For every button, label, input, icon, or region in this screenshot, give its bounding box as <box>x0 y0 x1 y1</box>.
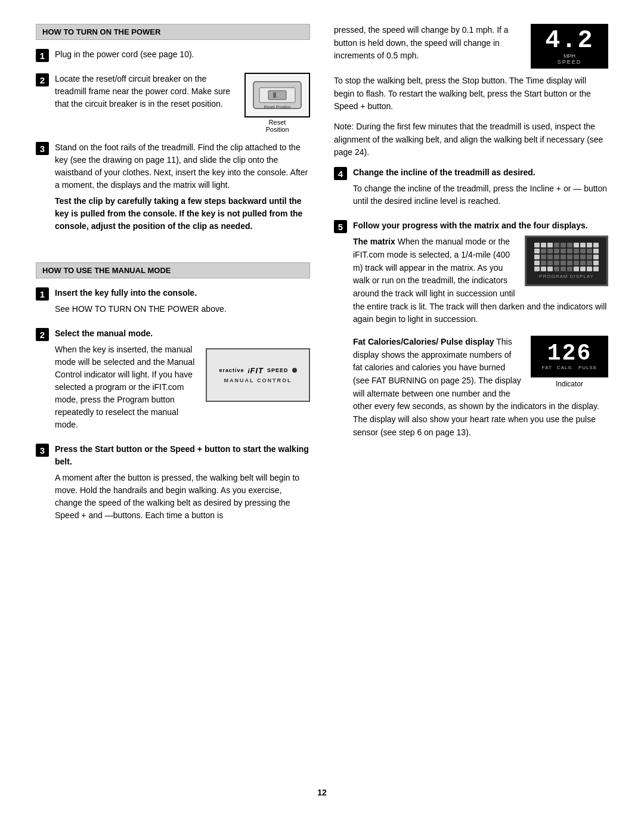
program-display-wrap: PROGRAM DISPLAY <box>525 236 608 286</box>
step-right-num-5: 5 <box>334 220 347 233</box>
matrix-cell <box>567 261 572 265</box>
matrix-cell <box>580 261 586 265</box>
reset-img-wrap: Locate the reset/off circuit breaker on … <box>55 73 310 133</box>
matrix-cell <box>587 243 592 247</box>
reset-diagram: Reset Position Reset Position <box>244 73 310 133</box>
right-para3: Note: During the first few minutes that … <box>334 120 608 159</box>
speed-word: SPEED <box>558 59 582 65</box>
matrix-cell <box>547 243 553 247</box>
step-right-4: 4 Change the incline of the treadmill as… <box>334 166 608 211</box>
matrix-cell <box>547 249 553 253</box>
matrix-cell <box>534 243 540 247</box>
manual-ctrl-diagram: eractive iFIT SPEED MANUAL CONTROL <box>206 348 310 402</box>
reset-svg: Reset Position <box>250 79 304 112</box>
matrix-section: PROGRAM DISPLAY The matrix When the manu… <box>353 236 608 330</box>
matrix-cell <box>541 261 546 265</box>
matrix-cell <box>593 261 599 265</box>
matrix-cell <box>574 249 579 253</box>
cals-label: CALS. <box>557 365 574 370</box>
matrix-cell <box>547 267 553 271</box>
speed-display: 4.2 MPH SPEED <box>531 24 608 69</box>
matrix-cell <box>567 267 572 271</box>
step-manual-2: 2 Select the manual mode. When the key i… <box>36 327 310 435</box>
cal-display: 126 FAT CALS. PULSE <box>531 336 608 377</box>
matrix-cell <box>561 267 566 271</box>
step-right-num-4: 4 <box>334 167 347 180</box>
matrix-cell <box>593 255 599 259</box>
speed-indicator-dot <box>292 368 297 373</box>
step-content-3: Stand on the foot rails of the treadmill… <box>55 141 310 236</box>
matrix-cell <box>534 261 540 265</box>
step-manual-content-1: Insert the key fully into the console. S… <box>55 287 310 319</box>
pulse-label: PULSE <box>578 365 597 370</box>
step-manual-content-3: Press the Start button or the Speed + bu… <box>55 443 310 525</box>
step-content-2: Locate the reset/off circuit breaker on … <box>55 73 310 133</box>
reset-image: Reset Position <box>244 73 310 117</box>
step-power-2: 2 Locate the reset/off circuit breaker o… <box>36 73 310 133</box>
step-manual-3: 3 Press the Start button or the Speed + … <box>36 443 310 525</box>
cal-label-row: FAT CALS. PULSE <box>542 365 597 370</box>
speed-label-row: MPH <box>564 53 575 59</box>
cal-number: 126 <box>547 342 592 365</box>
step-manual-content-2: Select the manual mode. When the key is … <box>55 327 310 435</box>
matrix-cell <box>580 267 586 271</box>
matrix-cell <box>561 255 566 259</box>
matrix-cell <box>567 249 572 253</box>
matrix-grid <box>534 243 599 271</box>
matrix-cell <box>580 249 586 253</box>
indicator-label: Indicator <box>531 380 608 388</box>
right-column: 4.2 MPH SPEED pressed, the speed will ch… <box>334 24 608 770</box>
matrix-cell <box>593 249 599 253</box>
step-power-1: 1 Plug in the power cord (see page 10). <box>36 48 310 64</box>
page: HOW TO TURN ON THE POWER 1 Plug in the p… <box>0 0 644 833</box>
step-right-5: 5 Follow your progress with the matrix a… <box>334 219 608 442</box>
speed-number: 4.2 <box>545 28 594 53</box>
matrix-cell <box>587 267 592 271</box>
matrix-cell <box>574 267 579 271</box>
step-manual-num-3: 3 <box>36 444 49 457</box>
matrix-cell <box>567 243 572 247</box>
matrix-cell <box>534 255 540 259</box>
step-right-content-4: Change the incline of the treadmill as d… <box>353 166 608 211</box>
matrix-cell <box>554 261 559 265</box>
fat-label: FAT <box>542 365 552 370</box>
program-display-label: PROGRAM DISPLAY <box>539 274 594 279</box>
matrix-cell <box>574 243 579 247</box>
matrix-cell <box>580 243 586 247</box>
step-num-3: 3 <box>36 142 49 155</box>
page-number: 12 <box>36 788 608 797</box>
manual-ctrl-bottom-label: MANUAL CONTROL <box>224 377 292 383</box>
step-manual-num-2: 2 <box>36 328 49 341</box>
speed-display-wrap: 4.2 MPH SPEED <box>531 24 608 69</box>
step-num-2: 2 <box>36 73 49 86</box>
reset-label: Reset Position <box>265 119 289 133</box>
right-top-section: 4.2 MPH SPEED pressed, the speed will ch… <box>334 24 608 75</box>
speed-mph: MPH <box>564 53 575 59</box>
matrix-cell <box>554 243 559 247</box>
step-num-1: 1 <box>36 49 49 62</box>
matrix-cell <box>580 255 586 259</box>
matrix-cell <box>593 267 599 271</box>
matrix-cell <box>567 255 572 259</box>
svg-text:Reset Position: Reset Position <box>264 105 290 109</box>
step-manual-1: 1 Insert the key fully into the console.… <box>36 287 310 319</box>
matrix-cell <box>541 255 546 259</box>
matrix-cell <box>587 261 592 265</box>
matrix-cell <box>534 267 540 271</box>
matrix-cell <box>561 249 566 253</box>
matrix-cell <box>554 255 559 259</box>
matrix-cell <box>593 243 599 247</box>
matrix-cell <box>541 249 546 253</box>
matrix-cell <box>574 261 579 265</box>
matrix-cell <box>561 243 566 247</box>
svg-rect-3 <box>273 92 276 98</box>
matrix-cell <box>541 267 546 271</box>
cal-display-wrap: 126 FAT CALS. PULSE Indicator <box>531 336 608 388</box>
matrix-cell <box>547 255 553 259</box>
left-column: HOW TO TURN ON THE POWER 1 Plug in the p… <box>36 24 310 770</box>
right-para2: To stop the walking belt, press the Stop… <box>334 75 608 113</box>
matrix-cell <box>541 243 546 247</box>
section-header-power: HOW TO TURN ON THE POWER <box>36 24 310 40</box>
manual-ctrl-top-label: eractive iFIT SPEED <box>219 366 296 375</box>
fat-cal-section: 126 FAT CALS. PULSE Indicator Fat Calori… <box>353 336 608 443</box>
